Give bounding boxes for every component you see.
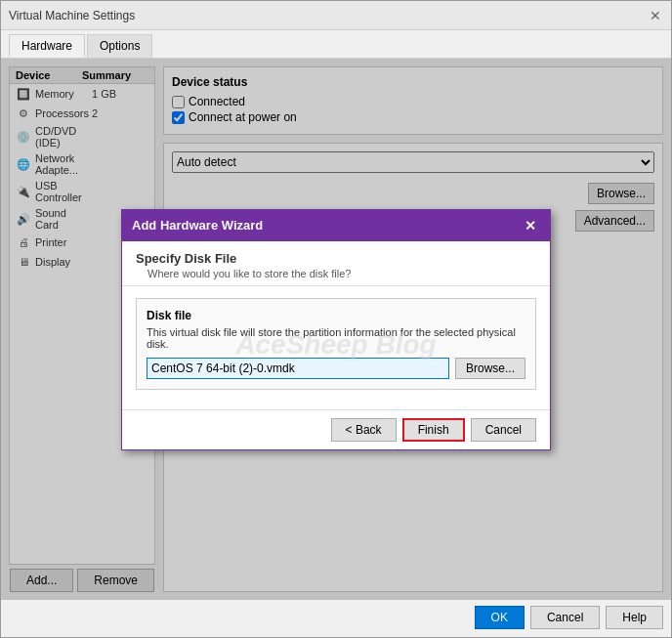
tab-hardware[interactable]: Hardware (9, 34, 85, 58)
main-window: Virtual Machine Settings ✕ Hardware Opti… (0, 0, 672, 638)
dialog-body: Disk file This virtual disk file will st… (122, 286, 550, 409)
dialog-cancel-button[interactable]: Cancel (471, 418, 536, 442)
disk-file-input-row: Browse... (147, 358, 525, 379)
tab-options[interactable]: Options (87, 34, 152, 58)
main-content: Device Summary 🔲 Memory 1 GB ⚙ Processor… (1, 59, 671, 600)
title-bar: Virtual Machine Settings ✕ (1, 1, 671, 30)
ok-button[interactable]: OK (475, 606, 525, 629)
dialog-close-button[interactable]: ✕ (521, 216, 540, 235)
add-hardware-dialog: Add Hardware Wizard ✕ Specify Disk File … (121, 209, 551, 450)
dialog-header-subtitle: Where would you like to store the disk f… (147, 268, 536, 279)
disk-file-input[interactable] (147, 358, 449, 379)
cancel-button[interactable]: Cancel (530, 606, 600, 629)
disk-file-browse-button[interactable]: Browse... (455, 358, 525, 379)
bottom-buttons: OK Cancel Help (1, 600, 671, 637)
window-close-button[interactable]: ✕ (648, 8, 663, 23)
dialog-overlay: Add Hardware Wizard ✕ Specify Disk File … (1, 59, 671, 600)
dialog-footer: < Back Finish Cancel (122, 409, 550, 449)
help-button[interactable]: Help (606, 606, 663, 629)
tabs-bar: Hardware Options (1, 30, 671, 59)
finish-button[interactable]: Finish (402, 418, 465, 442)
disk-file-section: Disk file This virtual disk file will st… (136, 298, 536, 390)
dialog-header-title: Specify Disk File (136, 251, 536, 266)
dialog-title-bar: Add Hardware Wizard ✕ (122, 210, 550, 241)
window-title: Virtual Machine Settings (9, 9, 135, 22)
back-button[interactable]: < Back (331, 418, 397, 442)
dialog-header: Specify Disk File Where would you like t… (122, 241, 550, 286)
dialog-title: Add Hardware Wizard (132, 218, 263, 233)
disk-file-description: This virtual disk file will store the pa… (147, 326, 525, 350)
disk-file-label: Disk file (147, 309, 525, 322)
